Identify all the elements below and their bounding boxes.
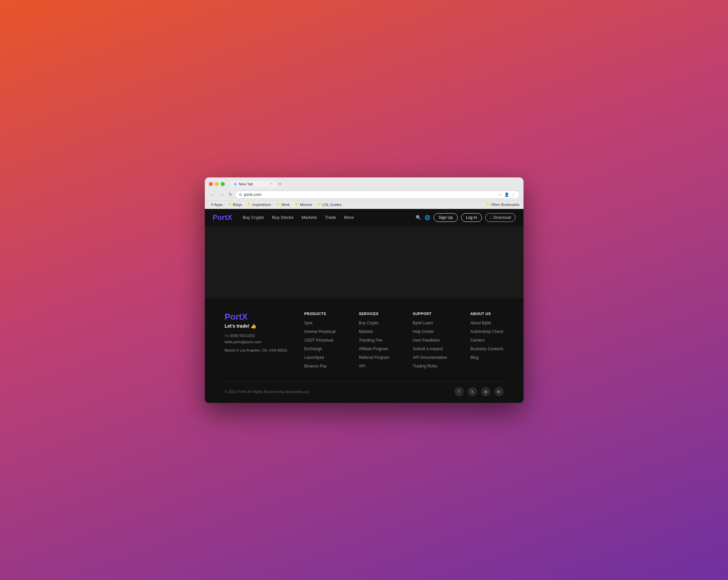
link-spot[interactable]: Spot (305, 321, 313, 325)
language-button[interactable]: 🌐 (424, 215, 430, 220)
services-heading: SERVICES (359, 312, 389, 316)
nav-more[interactable]: More (344, 215, 354, 220)
footer-email: hello.portx@portx.com (225, 339, 291, 346)
link-business-contacts[interactable]: Business Contacts (470, 347, 503, 351)
link-blog[interactable]: Blog (470, 355, 478, 360)
work-bookmark-icon: 📁 (276, 203, 280, 206)
list-item: Tranding Fee (359, 337, 389, 343)
tab-favicon: G (234, 182, 237, 186)
instagram-icon[interactable]: ◎ (481, 387, 490, 396)
tab-close-button[interactable]: × (270, 182, 272, 186)
bookmark-blogs-label: Blogs (233, 203, 242, 206)
address-bar[interactable]: G portx.com ☆ 👤 ⋮ (235, 191, 520, 199)
back-button[interactable]: ← (209, 191, 216, 198)
list-item: API Documentation (413, 354, 447, 360)
list-item: Bybit Learn (413, 320, 447, 326)
link-trading-rules[interactable]: Trading Rules (413, 364, 437, 368)
nav-trade[interactable]: Trade (325, 215, 336, 220)
bookmark-lol-guides[interactable]: 📁 LOL Guides (315, 202, 344, 207)
support-heading: SUPPORT (413, 312, 447, 316)
active-tab[interactable]: G New Tab × (230, 181, 277, 187)
link-binance-pay[interactable]: Binance Pay (305, 364, 327, 368)
title-bar: G New Tab × + (205, 177, 523, 189)
address-bar-row: ← → ↻ G portx.com ☆ 👤 ⋮ (205, 189, 523, 201)
footer-phone: +1 (639) 910-0253 (225, 333, 291, 339)
bookmark-inspirations[interactable]: 📁 Inspirations (245, 202, 273, 207)
footer-col-products: PRODUCTS Spot Inverse Perpetual USDT Per… (305, 312, 336, 371)
footer-logo-text: Port (225, 312, 242, 322)
browser-chrome: G New Tab × + ← → ↻ G portx.com ☆ 👤 ⋮ (205, 177, 523, 209)
link-launchpad[interactable]: Launchpad (305, 355, 324, 360)
services-list: Buy Crypto Markets Tranding Fee Affiliat… (359, 320, 389, 369)
link-usdt-perpetual[interactable]: USDT Perpetual (305, 338, 333, 342)
list-item: About Bybit (470, 320, 503, 326)
link-referral-program[interactable]: Referral Program (359, 355, 389, 360)
download-label: Download (493, 215, 511, 220)
menu-icon[interactable]: ⋮ (511, 192, 515, 197)
reload-button[interactable]: ↻ (229, 192, 232, 197)
link-trading-fee[interactable]: Tranding Fee (359, 338, 383, 342)
search-button[interactable]: 🔍 (416, 215, 421, 220)
footer-bottom: © 2022 PortX All Rights Reserved by akba… (225, 381, 503, 396)
link-help-center[interactable]: Help Center (413, 329, 434, 334)
bookmark-star-icon[interactable]: ☆ (499, 192, 502, 197)
new-tab-button[interactable]: + (277, 181, 284, 187)
bookmark-memes-label: Memes (300, 203, 312, 206)
about-list: About Bybit Authenticity Check Careers B… (470, 320, 503, 360)
link-submit-request[interactable]: Submit a request (413, 347, 443, 351)
link-user-feedback[interactable]: User Feedback (413, 338, 440, 342)
linkedin-icon[interactable]: in (494, 387, 503, 396)
nav-markets[interactable]: Markets (302, 215, 317, 220)
bookmark-apps[interactable]: ⊞ Apps (209, 202, 225, 207)
bookmark-memes[interactable]: 📁 Memes (293, 202, 314, 207)
social-icons: f 𝕏 ◎ in (454, 387, 503, 396)
link-markets[interactable]: Markets (359, 329, 373, 334)
list-item: Launchpad (305, 354, 336, 360)
twitter-icon[interactable]: 𝕏 (468, 387, 477, 396)
list-item: Submit a request (413, 346, 447, 352)
link-about-bybit[interactable]: About Bybit (470, 321, 491, 325)
bookmark-work-label: Work (281, 203, 289, 206)
list-item: User Feedback (413, 337, 447, 343)
facebook-icon[interactable]: f (454, 387, 464, 396)
link-inverse-perpetual[interactable]: Inverse Perpetual (305, 329, 336, 334)
link-careers[interactable]: Careers (470, 338, 485, 342)
bookmark-work[interactable]: 📁 Work (274, 202, 291, 207)
site-footer: PortX Let's trade! 👍 +1 (639) 910-0253 h… (205, 299, 523, 403)
other-bookmarks[interactable]: 📁 Other Bookmarks (486, 203, 520, 206)
list-item: Binance Pay (305, 363, 336, 369)
profile-icon[interactable]: 👤 (504, 192, 509, 197)
footer-top: PortX Let's trade! 👍 +1 (639) 910-0253 h… (225, 312, 503, 371)
list-item: API (359, 363, 389, 369)
link-api[interactable]: API (359, 364, 365, 368)
link-affiliate-program[interactable]: Affiliate Program (359, 347, 388, 351)
url-text: portx.com (244, 192, 262, 197)
footer-col-support: SUPPORT Bybit Learn Help Center User Fee… (413, 312, 447, 371)
copyright-text: © 2022 PortX All Rights Reserved by akba… (225, 390, 309, 394)
download-button[interactable]: ↓ Download (485, 213, 515, 222)
nav-buy-stocks[interactable]: Buy Stocks (272, 215, 294, 220)
list-item: Help Center (413, 328, 447, 334)
footer-logo: PortX (225, 312, 291, 322)
signup-button[interactable]: Sign Up (434, 213, 458, 222)
footer-address: Based in Los Angeles, CA, USA 96522 (225, 348, 291, 352)
link-buy-crypto[interactable]: Buy Crypto (359, 321, 379, 325)
link-api-documentation[interactable]: API Documentation (413, 355, 447, 360)
nav-buy-crypto[interactable]: Buy Crypto (243, 215, 264, 220)
about-heading: ABOUT US (470, 312, 503, 316)
bookmark-inspirations-label: Inspirations (252, 203, 271, 206)
forward-button[interactable]: → (219, 191, 226, 198)
close-window-button[interactable] (209, 182, 213, 186)
list-item: Exchange (305, 346, 336, 352)
traffic-lights (209, 182, 225, 186)
login-button[interactable]: Log In (461, 213, 482, 222)
link-authenticity-check[interactable]: Authenticity Check (470, 329, 503, 334)
footer-brand: PortX Let's trade! 👍 +1 (639) 910-0253 h… (225, 312, 291, 371)
link-exchange[interactable]: Exchange (305, 347, 322, 351)
logo-x: X (227, 213, 232, 222)
fullscreen-window-button[interactable] (221, 182, 225, 186)
link-bybit-learn[interactable]: Bybit Learn (413, 321, 433, 325)
bookmark-blogs[interactable]: 📁 Blogs (226, 202, 244, 207)
minimize-window-button[interactable] (215, 182, 219, 186)
other-bookmarks-label: Other Bookmarks (491, 203, 520, 206)
